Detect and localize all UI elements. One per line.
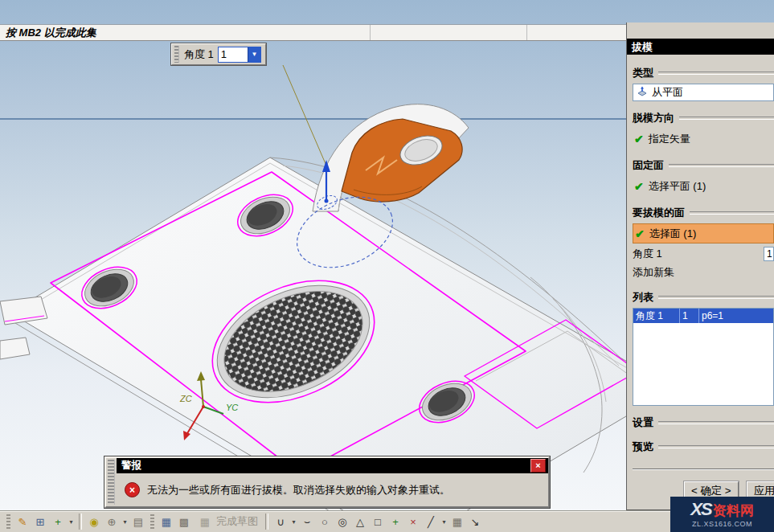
pan-icon[interactable]: ↘ bbox=[467, 514, 483, 530]
draft-dialog: 拔模 类型 从平面 脱模方向 ✔ 指定矢量 固定面 bbox=[626, 23, 774, 510]
prompt-text: 按 MB2 以完成此集 bbox=[6, 26, 96, 40]
spinner-down-icon: ▼ bbox=[251, 51, 257, 58]
from-plane-icon bbox=[637, 86, 648, 100]
toolbar-separator bbox=[265, 514, 268, 530]
alert-grip-handle[interactable] bbox=[108, 460, 115, 505]
axis-z-label: ZC bbox=[179, 394, 192, 403]
list-cell-name: 角度 1 bbox=[633, 309, 680, 323]
check-icon: ✔ bbox=[635, 228, 645, 239]
section-divider bbox=[658, 296, 774, 299]
concentric-circle-icon[interactable]: ◎ bbox=[334, 514, 350, 530]
list-cell-value: 1 bbox=[680, 309, 699, 323]
dropdown-caret-icon[interactable]: ▾ bbox=[68, 514, 75, 530]
draft-set-list[interactable]: 角度 1 1 p6=1 bbox=[633, 308, 774, 406]
dropdown-caret-icon[interactable]: ▾ bbox=[440, 514, 448, 530]
close-button[interactable]: × bbox=[530, 459, 546, 473]
section-settings[interactable]: 设置 bbox=[633, 415, 774, 430]
circle-icon[interactable]: ○ bbox=[317, 514, 333, 530]
watermark-logo: XS bbox=[690, 501, 711, 518]
fixed-plane-header: 固定面 bbox=[633, 158, 664, 173]
status-prompt-bar: 按 MB2 以完成此集 bbox=[0, 24, 626, 41]
select-face-label: 选择面 (1) bbox=[649, 227, 697, 241]
angle-input-popup: 角度 1 1 ▼ bbox=[171, 43, 266, 65]
select-plane-label: 选择平面 (1) bbox=[649, 179, 706, 194]
close-icon: × bbox=[535, 460, 540, 470]
alert-titlebar[interactable]: 警报 × bbox=[117, 458, 548, 473]
toolbar-grip-handle[interactable] bbox=[150, 514, 154, 529]
direction-header: 脱模方向 bbox=[633, 111, 674, 125]
angle-spinner-button[interactable]: ▼ bbox=[248, 47, 260, 62]
spline-icon[interactable]: ◉ bbox=[86, 514, 102, 530]
dropdown-caret-icon[interactable]: ▾ bbox=[290, 514, 297, 530]
section-divider bbox=[669, 164, 774, 167]
angle-value-input[interactable]: 1 bbox=[219, 47, 248, 62]
check-icon: ✔ bbox=[634, 181, 644, 192]
pattern-icon[interactable]: ▦ bbox=[449, 514, 465, 530]
error-glyph: × bbox=[129, 485, 135, 496]
point-icon[interactable]: + bbox=[50, 514, 66, 530]
select-plane-row[interactable]: ✔ 选择平面 (1) bbox=[633, 176, 774, 196]
draft-type-dropdown[interactable]: 从平面 bbox=[633, 84, 774, 101]
finish-sketch-label: 完成草图 bbox=[216, 514, 258, 529]
section-type: 类型 bbox=[633, 66, 774, 80]
settings-header: 设置 bbox=[633, 415, 653, 430]
watermark-domain: ZL.XS1616.COM bbox=[692, 521, 752, 528]
preview-header: 预览 bbox=[633, 440, 653, 454]
section-list: 列表 bbox=[633, 290, 774, 305]
angle-parameter-row: 角度 1 1 bbox=[633, 245, 774, 263]
sketch-icon[interactable]: ✎ bbox=[14, 514, 31, 530]
list-selected-row[interactable]: 角度 1 1 p6=1 bbox=[633, 309, 773, 323]
draft-type-value: 从平面 bbox=[652, 85, 683, 100]
bottom-toolbar: ✎ ⊞ + ▾ ◉ ⊕ ▾ ▤ ▦ ▩ ▦ 完成草图 ∪ ▾ ⌣ ○ ◎ △ □… bbox=[0, 510, 774, 532]
project-curve-icon[interactable]: ⊕ bbox=[104, 514, 120, 530]
layer-settings-icon[interactable]: ▤ bbox=[130, 514, 146, 530]
add-new-set-row[interactable]: 添加新集 bbox=[633, 264, 774, 280]
nx-application-window: ZC YC 按 MB2 以完成此集 角度 1 1 ▼ 拔模 类型 bbox=[0, 0, 774, 532]
error-icon: × bbox=[125, 482, 140, 497]
alert-dialog: 警报 × × 无法为一些或所有面进行拔模。取消选择失败的输入对象并重试。 bbox=[104, 456, 550, 508]
type-header: 类型 bbox=[633, 66, 653, 80]
section-fixed-plane: 固定面 bbox=[633, 158, 774, 173]
section-divider bbox=[679, 117, 774, 120]
section-preview[interactable]: 预览 bbox=[633, 440, 774, 454]
draft-dialog-title: 拔模 bbox=[632, 41, 653, 53]
check-icon: ✔ bbox=[634, 133, 644, 145]
select-face-row[interactable]: ✔ 选择面 (1) bbox=[633, 223, 774, 243]
section-divider bbox=[658, 72, 774, 75]
popup-grip-handle[interactable] bbox=[174, 46, 179, 63]
angle-popup-label: 角度 1 bbox=[184, 47, 214, 62]
delete-icon[interactable]: × bbox=[405, 514, 421, 530]
watermark-name: 资料网 bbox=[713, 504, 754, 518]
add-new-set-label: 添加新集 bbox=[633, 265, 674, 280]
three-point-arc-icon[interactable]: ⌣ bbox=[299, 514, 315, 530]
arc-icon[interactable]: ∪ bbox=[272, 514, 289, 530]
draft-dialog-titlebar[interactable]: 拔模 bbox=[627, 39, 774, 55]
section-direction: 脱模方向 bbox=[633, 111, 774, 125]
finish-sketch-icon: ▦ bbox=[197, 514, 213, 530]
section-faces-to-draft: 要拔模的面 bbox=[633, 206, 774, 220]
polygon-icon[interactable]: △ bbox=[352, 514, 368, 530]
alert-message: 无法为一些或所有面进行拔模。取消选择失败的输入对象并重试。 bbox=[147, 483, 450, 497]
footer-divider bbox=[633, 469, 774, 470]
angle-combo: 1 ▼ bbox=[218, 47, 261, 63]
grid-icon[interactable]: ▦ bbox=[158, 514, 174, 530]
specify-vector-row[interactable]: ✔ 指定矢量 bbox=[633, 129, 774, 149]
prompt-divider bbox=[370, 25, 371, 40]
watermark: XS 资料网 ZL.XS1616.COM bbox=[670, 497, 774, 532]
add-icon[interactable]: + bbox=[387, 514, 403, 530]
shaded-view-icon[interactable]: ▩ bbox=[176, 514, 192, 530]
section-divider bbox=[658, 421, 774, 424]
datum-plane-icon[interactable]: ⊞ bbox=[32, 514, 48, 530]
toolbar-grip-handle[interactable] bbox=[6, 514, 10, 529]
axis-y-label: YC bbox=[226, 403, 238, 412]
toolbar-separator bbox=[79, 514, 82, 530]
specify-vector-label: 指定矢量 bbox=[649, 132, 690, 146]
angle-parameter-input[interactable]: 1 bbox=[764, 247, 774, 261]
alert-title: 警报 bbox=[121, 459, 530, 473]
rectangle-icon[interactable]: □ bbox=[370, 514, 386, 530]
section-divider bbox=[658, 445, 774, 448]
prompt-divider bbox=[526, 25, 527, 40]
finish-sketch-button[interactable]: ▦ 完成草图 bbox=[197, 514, 258, 530]
dropdown-caret-icon[interactable]: ▾ bbox=[121, 514, 129, 530]
line-icon[interactable]: ╱ bbox=[423, 514, 439, 530]
